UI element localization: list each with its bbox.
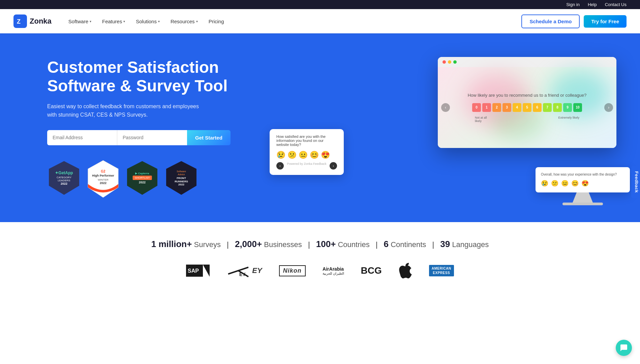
nps-box-8: 8 <box>553 103 562 112</box>
browser-bar <box>438 57 616 67</box>
bcg-logo: BCG <box>361 265 382 276</box>
card-emojis: 😢 😕 😐 😊 😍 <box>276 151 337 159</box>
ey-logo: EY EY <box>226 264 262 277</box>
card-prev[interactable]: ‹ <box>276 162 284 170</box>
hero-title: Customer Satisfaction Software & Survey … <box>47 58 249 95</box>
svg-text:Z: Z <box>17 18 21 25</box>
emoji-very-happy: 😍 <box>321 151 330 159</box>
apple-logo <box>399 263 412 278</box>
stat-countries-num: 100+ <box>316 239 336 249</box>
chevron-down-icon: ▾ <box>196 20 198 23</box>
survey-question: How likely are you to recommend us to a … <box>468 93 587 98</box>
software-advice-badge: SoftwareAdvice FRONTRUNNERS 2022 <box>164 159 198 196</box>
top-bar: Sign in Help Contact Us <box>0 0 640 9</box>
help-link[interactable]: Help <box>588 2 597 7</box>
card-footer-text: Powered by Zonka Feedback <box>287 162 326 170</box>
logo[interactable]: Z Zonka <box>13 14 52 28</box>
d-emoji-1: 😢 <box>541 180 548 187</box>
svg-text:SAP: SAP <box>188 268 199 274</box>
sign-in-link[interactable]: Sign in <box>566 2 580 7</box>
prev-button[interactable]: ‹ <box>441 103 450 112</box>
nps-box-7: 7 <box>543 103 552 112</box>
logo-text: Zonka <box>30 17 52 26</box>
d-emoji-2: 😕 <box>551 180 558 187</box>
card-next[interactable]: › <box>330 162 337 170</box>
divider-1: | <box>227 240 231 249</box>
g2-badge: G2 High Performer WINTER 2022 <box>86 159 120 198</box>
try-free-button[interactable]: Try for Free <box>584 15 627 28</box>
logo-mark: Z <box>13 14 27 28</box>
csat-card: How satisfied are you with the informati… <box>270 129 344 175</box>
emoji-neutral: 😐 <box>299 151 308 159</box>
nps-box-5: 5 <box>523 103 531 112</box>
stats-section: 1 million+ Surveys | 2,000+ Businesses |… <box>0 222 640 295</box>
nps-box-1: 1 <box>482 103 491 112</box>
nps-label-low: Not at alllikely <box>475 116 487 123</box>
dot-green <box>453 60 457 64</box>
stat-surveys-num: 1 million+ <box>151 239 192 249</box>
nps-scale: 0 1 2 3 4 5 6 7 8 9 10 <box>472 103 582 112</box>
d-emoji-4: 😊 <box>571 180 579 187</box>
stats-row: 1 million+ Surveys | 2,000+ Businesses |… <box>13 239 627 249</box>
monitor-base <box>562 203 603 205</box>
browser-content: How likely are you to recommend us to a … <box>438 67 616 148</box>
chevron-down-icon: ▾ <box>90 20 91 23</box>
nav-resources[interactable]: Resources ▾ <box>166 16 203 27</box>
nps-box-9: 9 <box>563 103 572 112</box>
nav-features[interactable]: Features ▾ <box>97 16 130 27</box>
stat-continents-label: Continents <box>391 240 426 249</box>
schedule-demo-button[interactable]: Schedule a Demo <box>521 14 580 28</box>
nps-box-6: 6 <box>533 103 542 112</box>
nav-software[interactable]: Software ▾ <box>64 16 96 27</box>
nps-box-2: 2 <box>492 103 501 112</box>
desktop-question: Overall, how was your experience with th… <box>541 173 624 176</box>
hero-subtitle: Easiest way to collect feedback from cus… <box>47 102 209 119</box>
password-input[interactable] <box>117 130 187 145</box>
chevron-down-icon: ▾ <box>158 20 160 23</box>
stat-languages-num: 39 <box>440 239 450 249</box>
client-logos: SAP EY EY Nikon AirArabia الطيران للعربي… <box>13 263 627 278</box>
monitor-stand <box>573 192 593 203</box>
svg-marker-7 <box>203 265 210 277</box>
nps-box-0: 0 <box>472 103 481 112</box>
divider-2: | <box>308 240 312 249</box>
desktop-mockup: Overall, how was your experience with th… <box>536 167 630 205</box>
hero-section: Customer Satisfaction Software & Survey … <box>0 33 640 222</box>
amex-logo: AMERICANEXPRESS <box>429 265 454 276</box>
nav-solutions[interactable]: Solutions ▾ <box>131 16 164 27</box>
feedback-tab[interactable]: Feedback <box>632 166 640 198</box>
d-emoji-3: 😐 <box>561 180 569 187</box>
hero-mockup: How likely are you to recommend us to a … <box>249 54 627 202</box>
stat-businesses-label: Businesses <box>264 240 302 249</box>
divider-4: | <box>432 240 436 249</box>
get-started-button[interactable]: Get Started <box>187 130 231 145</box>
hero-form: Get Started <box>47 130 222 145</box>
card-question: How satisfied are you with the informati… <box>276 134 337 147</box>
getapp-badge: ✦GetApp CATEGORY LEADERS 2022 <box>47 159 81 196</box>
nav-pricing[interactable]: Pricing <box>204 16 229 27</box>
emoji-very-sad: 😢 <box>276 151 285 159</box>
nps-box-3: 3 <box>502 103 511 112</box>
desktop-emojis: 😢 😕 😐 😊 😍 <box>541 180 624 187</box>
browser-mockup: How likely are you to recommend us to a … <box>438 57 616 148</box>
contact-us-link[interactable]: Contact Us <box>605 2 627 7</box>
nps-box-10: 10 <box>573 103 582 112</box>
stat-countries-label: Countries <box>338 240 369 249</box>
next-button[interactable]: › <box>604 103 613 112</box>
sap-logo: SAP <box>186 264 210 277</box>
stat-businesses-num: 2,000+ <box>235 239 262 249</box>
chevron-down-icon: ▾ <box>123 20 125 23</box>
emoji-happy: 😊 <box>310 151 319 159</box>
nav-links: Software ▾ Features ▾ Solutions ▾ Resour… <box>64 16 522 27</box>
email-input[interactable] <box>47 130 117 145</box>
divider-3: | <box>376 240 380 249</box>
stat-languages-label: Languages <box>452 240 489 249</box>
navigation: Z Zonka Software ▾ Features ▾ Solutions … <box>0 9 640 33</box>
svg-text:EY: EY <box>239 272 246 277</box>
airarabia-logo: AirArabia الطيران للعربية <box>323 266 344 275</box>
d-emoji-5: 😍 <box>581 180 589 187</box>
stat-continents-num: 6 <box>384 239 389 249</box>
nav-cta: Schedule a Demo Try for Free <box>521 14 627 28</box>
nps-box-4: 4 <box>513 103 521 112</box>
nps-label-high: Extremely likely <box>558 116 579 123</box>
